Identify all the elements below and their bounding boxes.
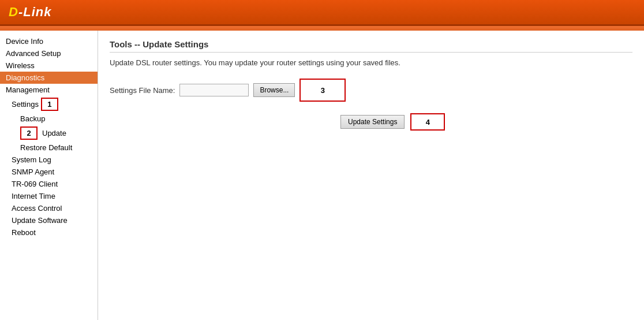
annotation-box-2: 2 xyxy=(20,126,38,140)
sidebar-item-update[interactable]: 2 Update xyxy=(0,125,98,142)
annotation-box-1: 1 xyxy=(41,98,58,111)
brand-logo: D-Link xyxy=(9,5,51,20)
action-row: Update Settings 4 xyxy=(340,113,632,131)
orange-stripe xyxy=(0,26,644,31)
file-label: Settings File Name: xyxy=(110,86,175,95)
brand-link: Link xyxy=(23,5,51,19)
sidebar-item-restore-default[interactable]: Restore Default xyxy=(0,142,98,154)
sidebar-item-backup[interactable]: Backup xyxy=(0,113,98,125)
file-input-row: Settings File Name: Browse... 3 xyxy=(110,79,632,102)
main-content: Tools -- Update Settings Update DSL rout… xyxy=(98,31,644,320)
update-settings-button[interactable]: Update Settings xyxy=(340,115,405,129)
sidebar: Device Info Advanced Setup Wireless Diag… xyxy=(0,31,98,320)
browse-button[interactable]: Browse... xyxy=(253,83,295,97)
settings-file-input[interactable] xyxy=(179,84,249,96)
sidebar-item-access-control[interactable]: Access Control xyxy=(0,202,98,214)
brand-dash: - xyxy=(18,5,23,19)
page-description: Update DSL router settings. You may upda… xyxy=(110,58,632,67)
sidebar-item-device-info[interactable]: Device Info xyxy=(0,35,98,47)
sidebar-item-tr069[interactable]: TR-069 Client xyxy=(0,178,98,190)
sidebar-item-advanced-setup[interactable]: Advanced Setup xyxy=(0,47,98,59)
annotation-box-3: 3 xyxy=(299,79,346,102)
annotation-box-4: 4 xyxy=(410,113,445,131)
sidebar-item-snmp-agent[interactable]: SNMP Agent xyxy=(0,166,98,178)
sidebar-item-system-log[interactable]: System Log xyxy=(0,154,98,166)
sidebar-item-diagnostics[interactable]: Diagnostics xyxy=(0,72,98,84)
header: D-Link xyxy=(0,0,644,26)
brand-d: D xyxy=(9,5,18,19)
sidebar-item-reboot[interactable]: Reboot xyxy=(0,226,98,239)
sidebar-item-management[interactable]: Management xyxy=(0,84,98,96)
sidebar-item-internet-time[interactable]: Internet Time xyxy=(0,190,98,202)
sidebar-item-wireless[interactable]: Wireless xyxy=(0,59,98,72)
layout: Device Info Advanced Setup Wireless Diag… xyxy=(0,31,644,320)
page-title: Tools -- Update Settings xyxy=(110,39,632,53)
sidebar-item-update-software[interactable]: Update Software xyxy=(0,214,98,226)
sidebar-item-settings[interactable]: Settings 1 xyxy=(0,96,98,113)
